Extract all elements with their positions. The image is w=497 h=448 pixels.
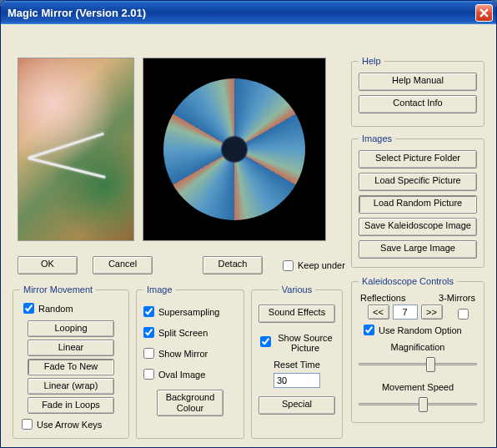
source-image [18,58,134,241]
reflections-input[interactable] [393,305,418,320]
mirror-movement-group: Mirror Movement Random Looping Linear Fa… [13,284,129,439]
detach-button[interactable]: Detach [203,256,263,274]
images-group: Images Select Picture Folder Load Specif… [351,133,484,268]
use-arrow-keys-label: Use Arrow Keys [37,420,102,430]
reset-time-label: Reset Time [259,360,335,370]
three-mirrors-label: 3-Mirrors [439,293,475,303]
help-group: Help Help Manual Contact Info [351,56,484,127]
image-legend: Image [143,284,176,294]
contact-info-button[interactable]: Contact Info [359,95,477,113]
app-window: Magic Mirror (Version 2.01) Help Help Ma… [0,0,497,448]
window-title: Magic Mirror (Version 2.01) [8,7,475,19]
kaleidoscope-image [143,58,326,241]
ok-button[interactable]: OK [18,256,78,274]
reset-time-input[interactable] [274,373,320,388]
looping-button[interactable]: Looping [28,320,114,337]
random-checkbox[interactable] [23,303,34,314]
close-button[interactable] [475,4,493,22]
show-mirror-checkbox[interactable] [143,348,154,359]
reflections-inc-button[interactable]: >> [421,305,443,320]
magnification-slider[interactable] [359,355,477,374]
supersampling-label: Supersampling [158,307,219,317]
help-legend: Help [359,56,384,66]
show-source-label: Show Source Picture [275,333,335,353]
three-mirrors-checkbox[interactable] [458,309,469,320]
keep-under-label: Keep under [298,260,345,270]
show-mirror-label: Show Mirror [158,349,208,359]
save-large-image-button[interactable]: Save Large Image [359,240,477,259]
save-kaleidoscope-image-button[interactable]: Save Kaleidoscope Image [359,218,477,236]
linear-wrap-button[interactable]: Linear (wrap) [28,378,114,395]
kaleidoscope-controls-legend: Kaleidoscope Controls [359,276,457,286]
oval-image-label: Oval Image [158,370,205,380]
load-random-picture-button[interactable]: Load Random Picture [359,195,477,214]
fade-to-new-button[interactable]: Fade To New [28,359,114,375]
load-specific-picture-button[interactable]: Load Specific Picture [359,173,477,191]
titlebar[interactable]: Magic Mirror (Version 2.01) [1,1,496,24]
supersampling-checkbox[interactable] [143,306,154,317]
split-screen-checkbox[interactable] [143,327,154,338]
use-random-option-checkbox[interactable] [364,325,374,335]
action-row: OK Cancel Detach Keep under [18,256,345,274]
reflections-label: Reflections [360,293,405,303]
random-label: Random [38,304,73,314]
sound-effects-button[interactable]: Sound Effects [259,305,335,323]
preview-area [18,58,326,241]
cancel-button[interactable]: Cancel [93,256,153,274]
client-area: Help Help Manual Contact Info Images Sel… [1,24,496,447]
close-icon [479,8,489,18]
image-group: Image Supersampling Split Screen Show Mi… [136,284,244,439]
reflections-dec-button[interactable]: << [368,305,389,320]
background-colour-button[interactable]: Background Colour [157,390,223,416]
various-legend: Various [279,284,315,294]
linear-button[interactable]: Linear [28,340,114,356]
use-random-option-label: Use Random Option [379,325,462,335]
oval-image-checkbox[interactable] [143,369,154,380]
images-legend: Images [359,133,395,143]
movement-speed-slider[interactable] [359,395,477,414]
use-arrow-keys-checkbox[interactable] [22,419,33,430]
help-manual-button[interactable]: Help Manual [359,73,477,91]
mirror-movement-legend: Mirror Movement [20,284,96,294]
show-source-checkbox[interactable] [260,336,271,347]
kaleidoscope-controls-group: Kaleidoscope Controls Reflections 3-Mirr… [351,276,484,423]
keep-under-checkbox[interactable] [283,260,294,271]
special-button[interactable]: Special [259,396,335,415]
fade-in-loops-button[interactable]: Fade in Loops [28,397,114,414]
various-group: Various Sound Effects Show Source Pictur… [251,284,343,439]
split-screen-label: Split Screen [158,328,208,338]
magnification-label: Magnification [359,342,477,352]
movement-speed-label: Movement Speed [359,382,477,392]
select-picture-folder-button[interactable]: Select Picture Folder [359,150,477,169]
